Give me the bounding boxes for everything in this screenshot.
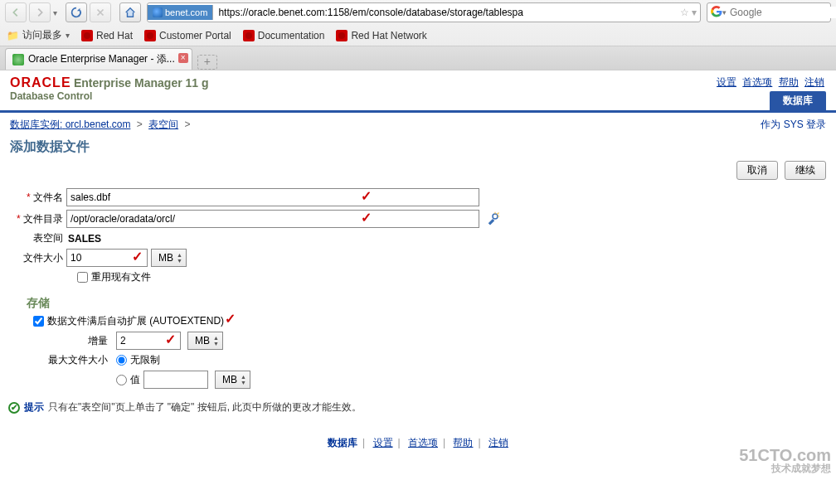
bookmark-redhat[interactable]: Red Hat <box>81 30 133 41</box>
reuse-label: 重用现有文件 <box>91 270 151 284</box>
brand-title: Enterprise Manager 11 g <box>74 76 209 90</box>
footer-help[interactable]: 帮助 <box>453 437 473 448</box>
browser-tab[interactable]: Oracle Enterprise Manager - 添... × <box>5 48 192 70</box>
url-host: benet.com <box>165 7 207 17</box>
tab-title: Oracle Enterprise Manager - 添... <box>28 52 175 66</box>
oracle-logo: ORACLE <box>10 75 71 90</box>
label-increment: 增量 <box>33 334 113 348</box>
svg-point-0 <box>493 214 498 219</box>
favicon-icon <box>12 54 24 65</box>
section-storage: 存储 <box>27 296 829 311</box>
page-title: 添加数据文件 <box>0 137 836 161</box>
bookmark-customer-portal[interactable]: Customer Portal <box>144 30 231 41</box>
autoextend-label: 数据文件满后自动扩展 (AUTOEXTEND) <box>47 315 224 327</box>
footer-logout[interactable]: 注销 <box>488 437 508 448</box>
tip-prefix: 提示 <box>24 400 44 414</box>
filename-input[interactable] <box>66 188 479 206</box>
label-filename: * 文件名 <box>7 191 66 205</box>
label-tablespace: 表空间 <box>7 231 66 245</box>
search-bar[interactable]: ▾ <box>707 2 831 22</box>
cancel-button[interactable]: 取消 <box>736 161 778 180</box>
increment-input[interactable] <box>116 332 181 350</box>
bookmark-documentation[interactable]: Documentation <box>243 30 325 41</box>
value-label: 值 <box>130 373 140 387</box>
filesize-input[interactable] <box>66 249 148 267</box>
footer-prefs[interactable]: 首选项 <box>408 437 438 448</box>
redhat-icon <box>144 30 156 41</box>
link-logout[interactable]: 注销 <box>804 76 824 88</box>
flashlight-icon[interactable] <box>484 211 501 227</box>
globe-icon <box>153 7 163 17</box>
home-button[interactable] <box>119 2 141 22</box>
label-filesize: 文件大小 <box>7 251 66 265</box>
breadcrumb: 数据库实例: orcl.benet.com > 表空间 > <box>10 118 193 132</box>
link-settings[interactable]: 设置 <box>717 76 736 88</box>
url-text: https://oracle.benet.com:1158/em/console… <box>213 7 679 18</box>
label-maxsize: 最大文件大小 <box>33 353 113 367</box>
most-visited[interactable]: 📁访问最多▾ <box>7 28 70 42</box>
redhat-icon <box>336 30 348 41</box>
new-tab-button[interactable]: + <box>197 55 217 70</box>
brand-sub: Database Control <box>10 90 209 102</box>
tip-icon: ✔ <box>8 402 20 414</box>
url-bar[interactable]: benet.com https://oracle.benet.com:1158/… <box>147 2 701 22</box>
footer-database[interactable]: 数据库 <box>328 437 357 448</box>
breadcrumb-tablespace[interactable]: 表空间 <box>148 119 178 130</box>
unlimited-label: 无限制 <box>130 353 160 367</box>
search-input[interactable] <box>727 7 836 18</box>
tip-text: 只有在"表空间"页上单击了 "确定" 按钮后, 此页中所做的更改才能生效。 <box>48 400 362 414</box>
redhat-icon <box>81 30 93 41</box>
redhat-icon <box>243 30 255 41</box>
filedir-input[interactable] <box>66 210 479 228</box>
tablespace-value: SALES <box>66 233 101 245</box>
footer-settings[interactable]: 设置 <box>373 437 393 448</box>
maxsize-value-input[interactable] <box>143 371 208 389</box>
folder-icon: 📁 <box>7 30 19 41</box>
google-icon <box>711 6 722 20</box>
url-tools: ☆ ▾ <box>680 7 700 18</box>
login-as: 作为 SYS 登录 <box>761 118 826 132</box>
back-button[interactable] <box>5 2 27 22</box>
footer-links: 数据库| 设置| 首选项| 帮助| 注销 <box>0 414 836 455</box>
forward-button[interactable] <box>29 2 51 22</box>
link-help[interactable]: 帮助 <box>779 76 799 88</box>
continue-button[interactable]: 继续 <box>785 161 826 180</box>
unlimited-radio[interactable] <box>116 355 127 366</box>
reuse-checkbox[interactable] <box>77 272 88 283</box>
close-icon[interactable]: × <box>178 53 188 63</box>
filesize-unit-select[interactable]: MB▲▼ <box>151 249 187 267</box>
header-links: 设置 首选项 帮助 注销 <box>715 75 826 90</box>
brand-block: ORACLE Enterprise Manager 11 g Database … <box>10 75 209 102</box>
breadcrumb-db-instance[interactable]: 数据库实例: orcl.benet.com <box>10 119 130 130</box>
reload-button[interactable] <box>66 2 87 22</box>
increment-unit-select[interactable]: MB▲▼ <box>187 332 223 350</box>
stop-button[interactable] <box>90 2 111 22</box>
bookmark-rh-network[interactable]: Red Hat Network <box>336 30 426 41</box>
value-radio[interactable] <box>116 375 127 385</box>
maxsize-unit-select[interactable]: MB▲▼ <box>215 371 250 389</box>
site-identity-badge[interactable]: benet.com <box>148 5 213 20</box>
link-prefs[interactable]: 首选项 <box>742 76 772 88</box>
tab-database[interactable]: 数据库 <box>770 91 826 110</box>
autoextend-checkbox[interactable] <box>33 316 44 327</box>
label-filedir: * 文件目录 <box>7 212 66 226</box>
